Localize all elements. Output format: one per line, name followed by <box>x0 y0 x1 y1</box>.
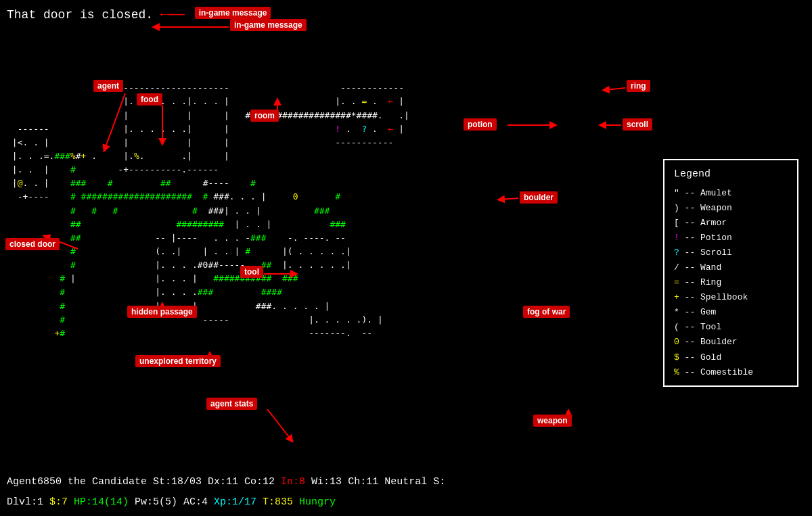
svg-line-12 <box>267 409 291 440</box>
legend-symbol-boulder: 0 <box>674 337 679 347</box>
stat-align: Neutral S: <box>384 476 445 488</box>
annotation-agent: agent <box>93 80 123 92</box>
stat-gold: $:7 <box>49 496 74 508</box>
stats-line2: Dlvl:1 $:7 HP:14(14) Pw:5(5) AC:4 Xp:1/1… <box>7 496 616 508</box>
ingame-message-label: in-game message <box>195 7 271 19</box>
legend-spellbook: + -- Spellbook <box>674 290 788 305</box>
map-content: -------------------- ------------ |. . .… <box>7 81 629 340</box>
legend-symbol-tool: ( <box>674 322 679 332</box>
legend-ring: = -- Ring <box>674 275 788 290</box>
message-arrow: ←—— <box>160 7 185 22</box>
annotation-potion: potion <box>464 118 497 131</box>
stats-bar: Agent6850 the Candidate St:18/03 Dx:11 C… <box>7 476 616 488</box>
legend-gold: $ -- Gold <box>674 350 788 365</box>
stat-wi: Wi:13 <box>311 476 348 488</box>
stat-pw: Pw:5(5) <box>135 496 183 508</box>
stat-ch: Ch:11 <box>348 476 384 488</box>
legend-boulder: 0 -- Boulder <box>674 335 788 350</box>
legend-symbol-gem: * <box>674 307 679 317</box>
legend-symbol-weapon: ) <box>674 203 679 213</box>
stat-co: Co:12 <box>244 476 281 488</box>
legend-symbol-comestible: % <box>674 367 679 377</box>
legend-armor: [ -- Armor <box>674 216 788 231</box>
legend-symbol-gold: $ <box>674 352 679 362</box>
legend-symbol-potion: ! <box>674 233 679 243</box>
annotation-closed-door: closed door <box>5 238 60 250</box>
stat-dx: Dx:11 <box>208 476 244 488</box>
legend-symbol-spellbook: + <box>674 292 679 302</box>
legend-amulet: " -- Amulet <box>674 186 788 201</box>
annotation-agent-stats: agent stats <box>206 398 257 410</box>
legend-box: Legend " -- Amulet ) -- Weapon [ -- Armo… <box>663 159 798 387</box>
stat-dlvl: Dlvl:1 <box>7 496 49 508</box>
annotation-weapon: weapon <box>533 415 572 427</box>
legend-comestible: % -- Comestible <box>674 365 788 380</box>
stat-st: St:18/03 <box>153 476 208 488</box>
agent-name: Agent6850 the Candidate <box>7 476 153 488</box>
annotation-ingame-message: in-game message <box>230 19 307 31</box>
annotation-fog-of-war: fog of war <box>523 306 570 318</box>
annotation-scroll: scroll <box>623 118 652 131</box>
legend-scroll: ? -- Scroll <box>674 245 788 260</box>
legend-symbol-scroll: ? <box>674 248 679 258</box>
legend-wand: / -- Wand <box>674 260 788 275</box>
game-area: That door is closed. ←—— in-game message… <box>0 0 812 516</box>
game-message: That door is closed. <box>7 8 153 22</box>
message-bar: That door is closed. ←—— in-game message <box>7 7 268 22</box>
annotation-tool: tool <box>240 266 263 278</box>
annotation-unexplored: unexplored territory <box>135 355 221 367</box>
legend-symbol-ring: = <box>674 277 679 287</box>
legend-gem: * -- Gem <box>674 305 788 320</box>
legend-tool: ( -- Tool <box>674 320 788 335</box>
stat-xp: Xp:1/17 <box>214 496 263 508</box>
stat-ac: AC:4 <box>183 496 214 508</box>
legend-symbol-wand: / <box>674 262 679 273</box>
map-area: -------------------- ------------ |. . .… <box>7 54 629 367</box>
annotation-boulder: boulder <box>520 191 558 204</box>
annotation-ring: ring <box>627 80 650 92</box>
annotation-hidden-passage: hidden passage <box>127 306 197 318</box>
legend-symbol-armor: [ <box>674 218 679 228</box>
legend-symbol-amulet: " <box>674 188 679 198</box>
legend-weapon: ) -- Weapon <box>674 201 788 216</box>
stat-in: In:8 <box>281 476 311 488</box>
legend-title: Legend <box>674 166 788 183</box>
annotation-food: food <box>137 93 162 105</box>
legend-potion: ! -- Potion <box>674 231 788 245</box>
stat-hp: HP:14(14) <box>74 496 135 508</box>
stat-hungry: Hungry <box>299 496 336 508</box>
annotation-room: room <box>250 110 279 122</box>
stat-time: T:835 <box>263 496 299 508</box>
